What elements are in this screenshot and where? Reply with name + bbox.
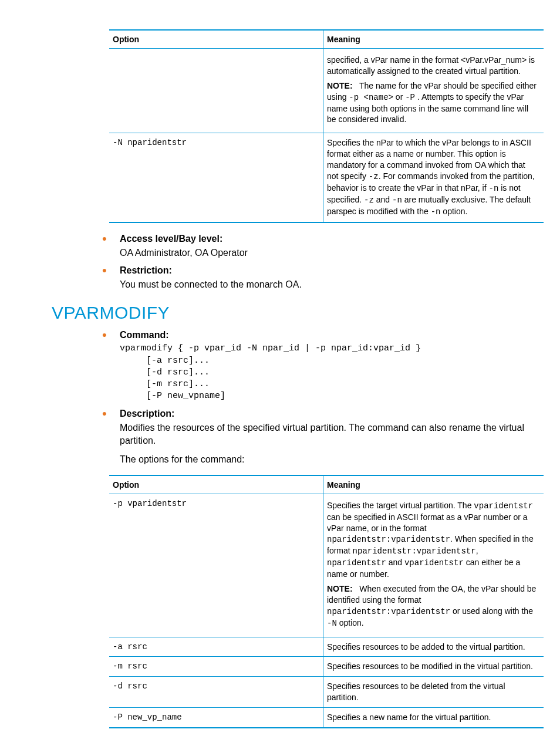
page: Option Meaning specified, a vPar name in…	[0, 0, 560, 746]
table1-header-meaning: Meaning	[323, 30, 544, 49]
command-code: vparmodify { -p vpar_id -N npar_id | -p …	[120, 343, 538, 402]
table1-row0-option	[109, 49, 323, 133]
note-label: NOTE:	[327, 584, 353, 593]
table2-row2-option: -m rsrc	[109, 657, 323, 677]
table1-row1-meaning: Specifies the nPar to which the vPar bel…	[323, 133, 544, 222]
table2-row0-meaning: Specifies the target virtual partition. …	[323, 494, 544, 637]
options-table-1: Option Meaning specified, a vPar name in…	[109, 29, 544, 223]
bullet-command: Command: vparmodify { -p vpar_id -N npar…	[95, 330, 538, 402]
note-label: NOTE:	[327, 81, 353, 90]
table2-row4-meaning: Specifies a new name for the virtual par…	[323, 708, 544, 728]
table2-row3-option: -d rsrc	[109, 677, 323, 708]
bullet-description: Description: Modifies the resources of t…	[95, 409, 538, 467]
table2-row0-option: -p vparidentstr	[109, 494, 323, 637]
table1-row1-option: -N nparidentstr	[109, 133, 323, 222]
options-table-2: Option Meaning -p vparidentstr Specifies…	[109, 475, 544, 728]
table2-header-meaning: Meaning	[323, 475, 544, 494]
table2-row4-option: -P new_vp_name	[109, 708, 323, 728]
table2-row1-option: -a rsrc	[109, 637, 323, 657]
table2-row3-meaning: Specifies resources to be deleted from t…	[323, 677, 544, 708]
bullet-list-2: Command: vparmodify { -p vpar_id -N npar…	[95, 330, 538, 466]
table2-row1-meaning: Specifies resources to be added to the v…	[323, 637, 544, 657]
table2-row2-meaning: Specifies resources to be modified in th…	[323, 657, 544, 677]
section-heading-vparmodify: VPARMODIFY	[52, 303, 538, 323]
table2-header-option: Option	[109, 475, 323, 494]
bullet-restriction: Restriction: You must be connected to th…	[95, 265, 538, 291]
table1-header-option: Option	[109, 30, 323, 49]
bullet-list-1: Access level/Bay level: OA Administrator…	[95, 234, 538, 292]
bullet-access-level: Access level/Bay level: OA Administrator…	[95, 234, 538, 259]
table1-row0-meaning: specified, a vPar name in the format <vP…	[323, 49, 544, 133]
